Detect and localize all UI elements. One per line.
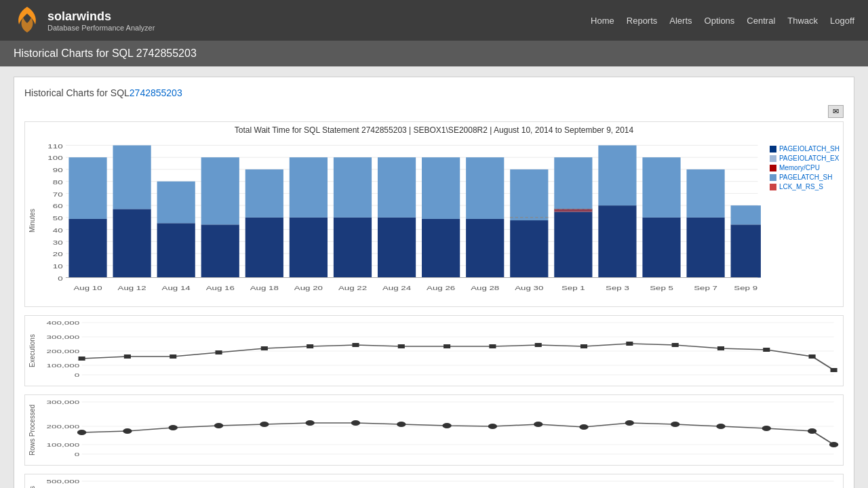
- svg-text:Aug 30: Aug 30: [515, 285, 543, 291]
- svg-text:Aug 18: Aug 18: [250, 285, 279, 291]
- physical-reads-chart-svg: 500,000 250,000 0: [41, 478, 840, 488]
- svg-text:100,000: 100,000: [47, 442, 80, 448]
- nav-alerts[interactable]: Alerts: [669, 16, 692, 26]
- svg-rect-51: [642, 218, 680, 278]
- nav-logoff[interactable]: Logoff: [830, 16, 854, 26]
- svg-text:200,000: 200,000: [47, 348, 80, 354]
- svg-text:90: 90: [53, 167, 63, 174]
- svg-point-117: [305, 420, 314, 426]
- svg-text:20: 20: [53, 251, 63, 258]
- svg-rect-44: [510, 220, 548, 278]
- svg-rect-90: [261, 346, 268, 350]
- legend-label-pageiolatch-ex: PAGEIOLATCH_EX: [779, 155, 840, 162]
- main-content: Historical Charts for SQL 2742855203 ✉ T…: [0, 66, 868, 488]
- svg-point-114: [168, 425, 177, 430]
- svg-rect-86: [79, 357, 85, 361]
- svg-rect-94: [443, 344, 450, 348]
- svg-rect-95: [489, 344, 496, 348]
- svg-text:0: 0: [75, 372, 79, 378]
- svg-point-112: [77, 430, 86, 435]
- brand-name: solarwinds: [47, 9, 155, 24]
- svg-rect-48: [554, 209, 592, 211]
- export-button[interactable]: ✉: [828, 105, 844, 118]
- legend-label-memory-cpu: Memory/CPU: [779, 164, 820, 171]
- svg-rect-37: [334, 157, 372, 218]
- chart-legend: PAGEIOLATCH_SH PAGEIOLATCH_EX Memory/CPU…: [763, 138, 840, 303]
- physical-reads-y-label: Physical Reads: [28, 478, 41, 488]
- svg-text:Aug 20: Aug 20: [294, 285, 323, 291]
- svg-rect-41: [422, 157, 460, 219]
- svg-rect-32: [245, 218, 283, 278]
- svg-rect-42: [466, 219, 504, 278]
- svg-text:50: 50: [53, 215, 63, 222]
- executions-chart-inner: 400,000 300,000 200,000 100,000 0: [41, 319, 840, 382]
- svg-rect-52: [642, 157, 680, 218]
- content-panel: Historical Charts for SQL 2742855203 ✉ T…: [14, 77, 854, 488]
- svg-text:Sep 3: Sep 3: [606, 285, 629, 291]
- svg-rect-40: [422, 219, 460, 278]
- svg-rect-27: [113, 145, 151, 209]
- svg-text:0: 0: [75, 451, 79, 458]
- svg-point-123: [579, 424, 588, 430]
- svg-text:Sep 5: Sep 5: [650, 285, 673, 291]
- nav-bar: Home Reports Alerts Options Central Thwa…: [591, 16, 854, 26]
- nav-thwack[interactable]: Thwack: [787, 16, 818, 26]
- svg-rect-36: [334, 218, 372, 278]
- physical-reads-chart-wrapper: Physical Reads 500,000 250,000 0: [24, 474, 844, 488]
- svg-text:Aug 10: Aug 10: [73, 285, 102, 291]
- svg-rect-26: [113, 209, 151, 277]
- legend-item-memory-cpu[interactable]: Memory/CPU: [770, 164, 840, 171]
- nav-options[interactable]: Options: [705, 16, 735, 26]
- svg-text:Sep 7: Sep 7: [694, 285, 717, 291]
- svg-point-122: [534, 422, 542, 427]
- executions-chart-area: Executions 400,000 300,000 200,000 100,0…: [28, 319, 840, 382]
- bar-chart-inner: 110 100 90 80 70 60 50 40 30 20 10 0: [41, 138, 763, 303]
- page-title-bar: Historical Charts for SQL 2742855203: [0, 41, 868, 66]
- svg-point-116: [260, 422, 269, 427]
- svg-rect-103: [831, 368, 837, 372]
- svg-rect-54: [686, 169, 724, 218]
- svg-text:Aug 26: Aug 26: [427, 285, 455, 291]
- solarwinds-logo-icon: [14, 5, 41, 36]
- svg-rect-55: [731, 224, 761, 277]
- bar-y-label: Minutes: [28, 138, 41, 303]
- svg-text:10: 10: [53, 263, 63, 270]
- svg-rect-46: [554, 212, 592, 278]
- svg-rect-98: [626, 342, 633, 346]
- svg-rect-31: [201, 157, 239, 224]
- svg-rect-47: [554, 157, 592, 211]
- executions-y-label: Executions: [28, 319, 41, 382]
- svg-text:500,000: 500,000: [47, 479, 80, 485]
- legend-color-pageiolatch-ex: [770, 155, 776, 162]
- legend-item-lck-m-rs-s[interactable]: LCK_M_RS_S: [770, 183, 840, 190]
- svg-rect-92: [352, 343, 359, 347]
- svg-text:0: 0: [58, 275, 62, 282]
- svg-point-127: [762, 426, 771, 431]
- logo-text: solarwinds Database Performance Analyzer: [47, 9, 155, 32]
- rows-y-label: Rows Processed: [28, 399, 41, 462]
- svg-rect-24: [68, 219, 106, 278]
- svg-text:40: 40: [53, 227, 63, 234]
- panel-prefix: Historical Charts for SQL: [24, 87, 130, 98]
- nav-central[interactable]: Central: [747, 16, 775, 26]
- svg-point-120: [442, 423, 451, 428]
- legend-item-pagelatch-sh[interactable]: PAGELATCH_SH: [770, 174, 840, 181]
- rows-chart-area: Rows Processed 300,000 200,000 100,000 0: [28, 399, 840, 462]
- nav-reports[interactable]: Reports: [627, 16, 658, 26]
- svg-text:400,000: 400,000: [47, 320, 80, 326]
- logo-area: solarwinds Database Performance Analyzer: [14, 5, 155, 36]
- svg-text:Sep 1: Sep 1: [561, 285, 585, 291]
- legend-item-pageiolatch-ex[interactable]: PAGEIOLATCH_EX: [770, 155, 840, 162]
- rows-chart-svg: 300,000 200,000 100,000 0: [41, 399, 840, 460]
- legend-item-pageiolatch-sh[interactable]: PAGEIOLATCH_SH: [770, 145, 840, 152]
- svg-point-118: [351, 420, 360, 426]
- svg-text:Aug 28: Aug 28: [471, 285, 499, 291]
- legend-color-pagelatch-sh: [770, 174, 776, 181]
- nav-home[interactable]: Home: [591, 16, 614, 26]
- svg-text:300,000: 300,000: [47, 334, 80, 340]
- sql-id-link[interactable]: 2742855203: [130, 87, 182, 98]
- svg-rect-101: [763, 348, 770, 352]
- svg-rect-34: [290, 218, 328, 278]
- svg-text:Aug 12: Aug 12: [118, 285, 146, 291]
- svg-point-129: [829, 442, 838, 447]
